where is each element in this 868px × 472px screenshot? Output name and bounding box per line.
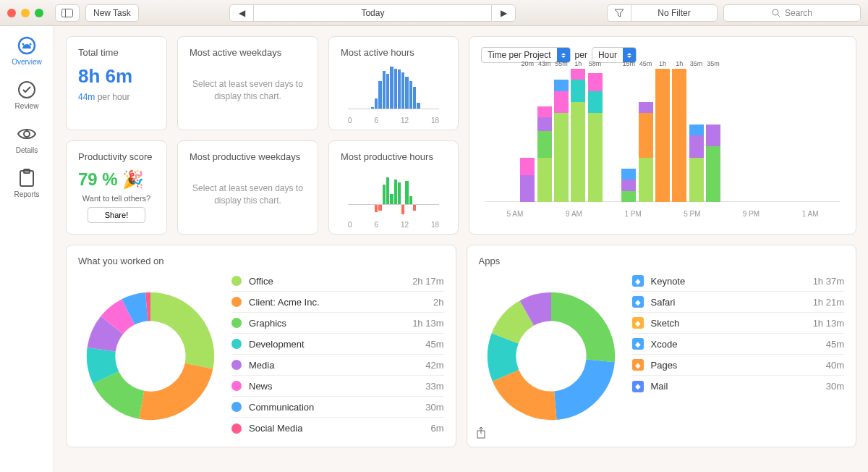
legend-row[interactable]: ◆Keynote1h 37m — [632, 271, 845, 292]
legend-row[interactable]: Communication30m — [231, 397, 444, 418]
legend-row[interactable]: Office2h 17m — [231, 271, 444, 292]
per-label: per — [575, 50, 587, 60]
search-field[interactable]: Search — [723, 4, 861, 22]
panel-title: What you worked on — [78, 256, 444, 266]
legend-name: Keynote — [651, 276, 813, 287]
legend-value: 33m — [425, 381, 443, 392]
legend-name: Safari — [651, 297, 813, 308]
toggle-sidebar-button[interactable] — [55, 4, 80, 22]
legend-name: Communication — [249, 402, 425, 413]
color-dot — [231, 318, 242, 328]
apps-donut-chart — [479, 271, 624, 442]
legend-row[interactable]: Media42m — [231, 355, 444, 376]
app-icon: ◆ — [632, 317, 644, 329]
rate-suffix: per hour — [95, 92, 129, 102]
minimize-window-button[interactable] — [21, 9, 30, 17]
sidebar-item-overview[interactable]: Overview — [12, 36, 42, 66]
legend-row[interactable]: Development45m — [231, 334, 444, 355]
legend-row[interactable]: Graphics1h 13m — [231, 313, 444, 334]
legend-row[interactable]: Social Media6m — [231, 418, 444, 439]
legend-row[interactable]: ◆Mail30m — [632, 376, 845, 397]
date-label-button[interactable]: Today — [253, 4, 492, 22]
total-time-value: 8h 6m — [78, 65, 155, 88]
total-time-card[interactable]: Total time 8h 6m 44m per hour — [66, 36, 167, 130]
svg-point-2 — [773, 9, 778, 15]
productivity-score-card[interactable]: Productivity score 79 %🎉 Want to tell ot… — [66, 140, 167, 235]
search-placeholder: Search — [785, 8, 812, 18]
legend-name: Office — [249, 276, 412, 287]
sidebar: Overview Review Details Reports — [0, 26, 54, 472]
sidebar-label: Reports — [14, 190, 39, 198]
legend-name: Sketch — [651, 318, 813, 329]
color-dot — [231, 381, 242, 391]
card-title: Most productive weekdays — [190, 151, 306, 162]
sidebar-item-review[interactable]: Review — [15, 80, 39, 110]
sidebar-label: Details — [16, 146, 38, 154]
legend-value: 30m — [826, 381, 844, 392]
color-dot — [231, 276, 242, 286]
share-prompt: Want to tell others? — [78, 194, 155, 203]
color-dot — [231, 297, 242, 307]
svg-point-5 — [22, 43, 25, 46]
eye-icon — [17, 125, 36, 143]
placeholder-text: Select at least seven days to display th… — [190, 169, 306, 220]
legend-name: Pages — [651, 360, 826, 371]
active-weekdays-card[interactable]: Most active weekdays Select at least sev… — [177, 36, 318, 130]
color-dot — [231, 402, 242, 412]
legend-value: 40m — [826, 360, 844, 371]
card-title: Total time — [78, 47, 155, 58]
worked-on-panel: What you worked on Office2h 17m▶Client: … — [66, 245, 456, 447]
date-navigator: ◀ Today ▶ — [229, 4, 516, 22]
legend-value: 30m — [425, 402, 443, 413]
legend-value: 1h 37m — [813, 276, 844, 287]
svg-point-6 — [30, 43, 32, 46]
legend-row[interactable]: ▶Client: Acme Inc.2h — [231, 292, 444, 313]
legend-row[interactable]: ◆Xcode45m — [632, 334, 845, 355]
stacked-bar-chart: 20m43m55m1h58m15m45m1h1h35m35m 5 AM9 AM1… — [485, 69, 840, 221]
legend-name: Mail — [651, 381, 826, 392]
new-task-button[interactable]: New Task — [85, 4, 139, 22]
legend-value: 1h 13m — [412, 318, 443, 329]
share-button[interactable]: Share! — [88, 207, 145, 223]
legend-row[interactable]: ◆Sketch1h 13m — [632, 313, 845, 334]
time-per-project-card: Time per Project per Hour 20m43m55m1h58m… — [469, 36, 856, 235]
checkmark-circle-icon — [17, 80, 36, 99]
svg-point-8 — [24, 131, 30, 137]
sidebar-item-reports[interactable]: Reports — [14, 169, 39, 198]
close-window-button[interactable] — [7, 9, 16, 17]
date-next-button[interactable]: ▶ — [491, 4, 516, 22]
svg-rect-0 — [62, 9, 73, 17]
main-content: Total time 8h 6m 44m per hour Most activ… — [54, 26, 868, 472]
score-value: 79 % — [78, 169, 118, 190]
legend-name: Development — [249, 339, 425, 350]
zoom-window-button[interactable] — [35, 9, 43, 17]
card-title: Most productive hours — [341, 151, 446, 162]
legend-value: 1h 13m — [813, 318, 844, 329]
filter-label-button[interactable]: No Filter — [631, 4, 718, 22]
active-hours-card[interactable]: Most active hours 061218 — [328, 36, 459, 130]
color-dot — [231, 360, 242, 370]
card-title: Productivity score — [78, 151, 155, 162]
productive-weekdays-card[interactable]: Most productive weekdays Select at least… — [177, 140, 318, 235]
rate-value: 44m — [78, 92, 95, 102]
legend-row[interactable]: News33m — [231, 376, 444, 397]
apps-panel: Apps ◆Keynote1h 37m◆Safari1h 21m◆Sketch1… — [467, 245, 857, 447]
filter-button[interactable] — [607, 4, 631, 22]
legend-value: 45m — [425, 339, 443, 350]
date-prev-button[interactable]: ◀ — [229, 4, 254, 22]
app-icon: ◆ — [632, 359, 644, 371]
legend-row[interactable]: ◆Pages40m — [632, 355, 845, 376]
party-icon: 🎉 — [122, 169, 144, 190]
color-dot — [231, 339, 242, 349]
sidebar-item-details[interactable]: Details — [16, 125, 38, 154]
productive-hours-chart: 061218 — [341, 169, 446, 235]
legend-row[interactable]: ◆Safari1h 21m — [632, 292, 845, 313]
share-icon[interactable] — [476, 426, 486, 439]
sidebar-label: Review — [15, 102, 39, 110]
color-dot — [231, 423, 242, 434]
productive-hours-card[interactable]: Most productive hours 061218 — [328, 140, 459, 235]
legend-value: 42m — [425, 360, 443, 371]
clipboard-icon — [17, 169, 36, 187]
sidebar-icon — [61, 9, 73, 17]
triangle-left-icon: ◀ — [239, 8, 245, 18]
